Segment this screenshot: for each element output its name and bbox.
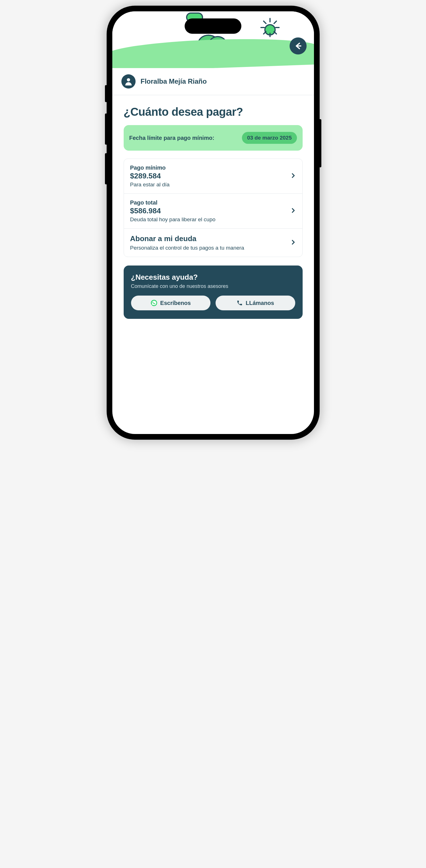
- deadline-banner: Fecha límite para pago mínimo: 03 de mar…: [124, 125, 303, 151]
- option-pago-total[interactable]: Pago total $586.984 Deuda total hoy para…: [124, 194, 302, 229]
- payment-options: Pago mínimo $289.584 Para estar al día P…: [124, 159, 303, 257]
- back-button[interactable]: [290, 37, 307, 55]
- option-hint: Para estar al día: [130, 182, 286, 188]
- deadline-date: 03 de marzo 2025: [242, 132, 297, 144]
- option-value: $289.584: [130, 172, 286, 180]
- option-label: Pago total: [130, 199, 286, 206]
- write-us-button[interactable]: Escríbenos: [131, 296, 211, 310]
- button-label: LLámanos: [246, 300, 274, 306]
- option-abonar[interactable]: Abonar a mi deuda Personaliza el control…: [124, 229, 302, 257]
- option-pago-minimo[interactable]: Pago mínimo $289.584 Para estar al día: [124, 159, 302, 194]
- whatsapp-icon: [151, 300, 157, 306]
- person-icon: [124, 76, 133, 86]
- phone-frame: Floralba Mejía Riaño ¿Cuánto desea pagar…: [106, 6, 320, 440]
- phone-side-button: [105, 153, 107, 184]
- phone-notch: [185, 19, 241, 34]
- user-bar: Floralba Mejía Riaño: [112, 68, 314, 95]
- screen: Floralba Mejía Riaño ¿Cuánto desea pagar…: [112, 11, 314, 434]
- call-us-button[interactable]: LLámanos: [216, 296, 295, 310]
- arrow-left-icon: [294, 41, 303, 51]
- svg-point-0: [127, 78, 130, 82]
- help-subtitle: Comunícate con uno de nuestros asesores: [131, 283, 295, 289]
- option-title: Abonar a mi deuda: [130, 234, 286, 243]
- phone-icon: [237, 300, 243, 306]
- sun-icon: [257, 17, 283, 42]
- option-hint: Deuda total hoy para liberar el cupo: [130, 216, 286, 223]
- avatar[interactable]: [121, 74, 135, 89]
- deadline-label: Fecha límite para pago mínimo:: [129, 135, 214, 141]
- phone-side-button: [105, 85, 107, 102]
- chevron-right-icon: [291, 173, 296, 180]
- help-title: ¿Necesitas ayuda?: [131, 273, 295, 282]
- phone-side-button: [319, 119, 321, 167]
- chevron-right-icon: [291, 240, 296, 246]
- option-label: Pago mínimo: [130, 164, 286, 171]
- grass-shape: [112, 36, 314, 68]
- user-name: Floralba Mejía Riaño: [141, 78, 207, 85]
- page-title: ¿Cuánto desea pagar?: [124, 105, 303, 118]
- option-value: $586.984: [130, 207, 286, 215]
- option-hint: Personaliza el control de tus pagos a tu…: [130, 245, 286, 251]
- help-panel: ¿Necesitas ayuda? Comunícate con uno de …: [124, 266, 303, 319]
- phone-side-button: [105, 114, 107, 145]
- chevron-right-icon: [291, 208, 296, 214]
- main-content: ¿Cuánto desea pagar? Fecha límite para p…: [112, 95, 314, 329]
- button-label: Escríbenos: [160, 300, 191, 306]
